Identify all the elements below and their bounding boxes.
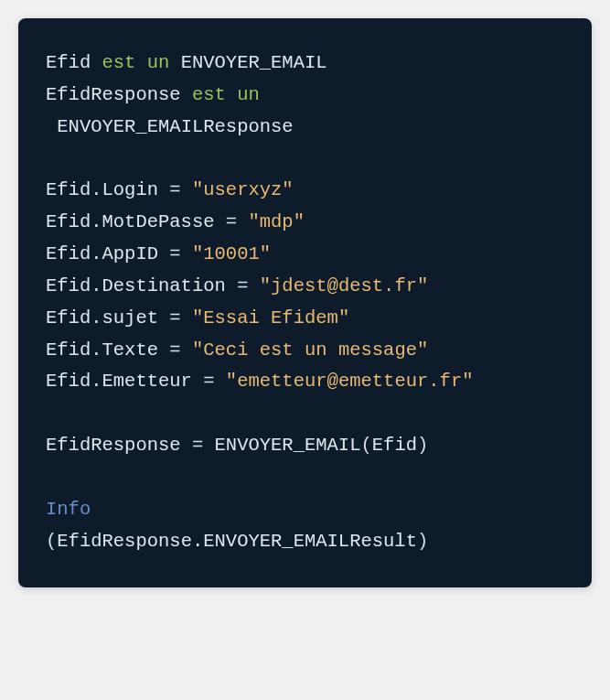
code-line: ENVOYER_EMAILResponse bbox=[46, 112, 564, 144]
code-token: "10001" bbox=[192, 243, 271, 264]
code-line: EfidResponse est un bbox=[46, 80, 564, 112]
code-block: Efid est un ENVOYER_EMAILEfidResponse es… bbox=[18, 18, 592, 587]
code-token: = bbox=[237, 275, 248, 296]
code-token: "emetteur@emetteur.fr" bbox=[226, 371, 474, 392]
code-line: Efid.Texte = "Ceci est un message" bbox=[46, 335, 564, 367]
code-token bbox=[237, 211, 248, 232]
code-line: Efid.AppID = "10001" bbox=[46, 239, 564, 271]
code-token: Efid.MotDePasse bbox=[46, 211, 226, 232]
code-token: ) bbox=[417, 435, 428, 456]
code-token: ENVOYER_EMAIL bbox=[169, 52, 326, 73]
code-token: "Ceci est un message" bbox=[192, 339, 428, 361]
code-token: Efid.Destination bbox=[46, 275, 237, 296]
code-token: Efid.sujet bbox=[46, 307, 169, 328]
code-token bbox=[46, 403, 57, 424]
code-token: EfidResponse.ENVOYER_EMAILResult bbox=[57, 531, 417, 552]
code-line: Info bbox=[46, 494, 564, 526]
code-line: Efid.MotDePasse = "mdp" bbox=[46, 207, 564, 239]
code-line: Efid est un ENVOYER_EMAIL bbox=[46, 48, 564, 80]
code-token: = bbox=[169, 339, 180, 361]
code-line bbox=[46, 398, 564, 430]
code-line bbox=[46, 462, 564, 494]
code-token: ENVOYER_EMAILResponse bbox=[46, 116, 294, 137]
code-token: Efid.AppID bbox=[46, 243, 169, 264]
code-line bbox=[46, 144, 564, 176]
code-token: est un bbox=[192, 84, 260, 105]
code-token: Efid.Emetteur bbox=[46, 371, 203, 392]
code-line: Efid.sujet = "Essai Efidem" bbox=[46, 303, 564, 335]
code-token bbox=[46, 148, 57, 169]
code-token: ) bbox=[417, 531, 428, 552]
code-token: EfidResponse bbox=[46, 435, 192, 456]
code-token bbox=[215, 371, 226, 392]
code-token: "mdp" bbox=[248, 211, 305, 232]
code-token: Efid bbox=[46, 52, 102, 73]
code-token bbox=[248, 275, 259, 296]
code-token: ( bbox=[360, 435, 371, 456]
code-token: "Essai Efidem" bbox=[192, 307, 349, 328]
code-line: Efid.Login = "userxyz" bbox=[46, 175, 564, 207]
code-token: "userxyz" bbox=[192, 179, 294, 200]
code-line: Efid.Destination = "jdest@dest.fr" bbox=[46, 271, 564, 303]
code-token: = bbox=[192, 435, 203, 456]
code-token bbox=[181, 243, 192, 264]
code-token bbox=[181, 339, 192, 361]
code-line: EfidResponse = ENVOYER_EMAIL(Efid) bbox=[46, 430, 564, 462]
code-token: est un bbox=[102, 52, 170, 73]
code-line: (EfidResponse.ENVOYER_EMAILResult) bbox=[46, 526, 564, 558]
code-token: Efid bbox=[372, 435, 417, 456]
code-token: "jdest@dest.fr" bbox=[260, 275, 429, 296]
code-token: = bbox=[169, 243, 180, 264]
code-line: Efid.Emetteur = "emetteur@emetteur.fr" bbox=[46, 366, 564, 398]
code-token: = bbox=[169, 179, 180, 200]
code-token: ( bbox=[46, 531, 57, 552]
code-token: = bbox=[226, 211, 237, 232]
code-token bbox=[181, 307, 192, 328]
code-token bbox=[46, 467, 57, 488]
code-token: ENVOYER_EMAIL bbox=[203, 435, 360, 456]
code-token: = bbox=[203, 371, 214, 392]
code-token: EfidResponse bbox=[46, 84, 192, 105]
code-token bbox=[181, 179, 192, 200]
code-token: Efid.Texte bbox=[46, 339, 169, 361]
code-token: Info bbox=[46, 499, 91, 520]
code-token: = bbox=[169, 307, 180, 328]
code-token: Efid.Login bbox=[46, 179, 169, 200]
